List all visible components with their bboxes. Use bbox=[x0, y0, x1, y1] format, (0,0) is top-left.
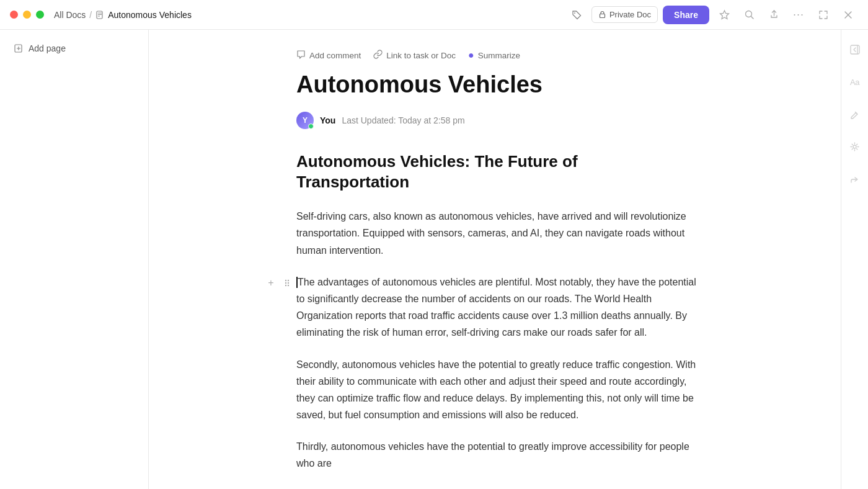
section-title: Autonomous Vehicles: The Future of Trans… bbox=[296, 151, 706, 194]
titlebar: All Docs / Autonomous Vehicles Private D… bbox=[0, 0, 868, 30]
summarize-label: Summarize bbox=[478, 51, 520, 60]
doc-breadcrumb-title: Autonomous Vehicles bbox=[108, 10, 192, 20]
close-window-button[interactable] bbox=[838, 5, 858, 25]
paragraph-1: Self-driving cars, also known as autonom… bbox=[296, 208, 706, 259]
add-comment-action[interactable]: Add comment bbox=[296, 50, 361, 61]
doc-toolbar: Add comment Link to task or Doc ● Summar… bbox=[259, 50, 730, 71]
add-page-label: Add page bbox=[29, 43, 66, 53]
maximize-traffic-light[interactable] bbox=[36, 11, 44, 19]
titlebar-actions: Private Doc Share ··· bbox=[567, 5, 858, 25]
close-traffic-light[interactable] bbox=[10, 11, 18, 19]
share-button[interactable]: Share bbox=[663, 6, 709, 24]
tag-button[interactable] bbox=[567, 5, 587, 25]
doc-last-updated: Last Updated: Today at 2:58 pm bbox=[342, 115, 464, 125]
svg-point-4 bbox=[574, 12, 575, 14]
more-button[interactable]: ··· bbox=[789, 5, 808, 25]
svg-point-20 bbox=[288, 285, 289, 286]
all-docs-link[interactable]: All Docs bbox=[54, 10, 86, 20]
link-task-label: Link to task or Doc bbox=[386, 51, 456, 60]
font-size-button[interactable]: Aa bbox=[845, 72, 865, 92]
svg-point-18 bbox=[288, 282, 289, 284]
search-button[interactable] bbox=[739, 5, 759, 25]
left-sidebar: Add page bbox=[0, 30, 149, 489]
breadcrumb: All Docs / Autonomous Vehicles bbox=[54, 10, 192, 20]
doc-meta: Y You Last Updated: Today at 2:58 pm bbox=[296, 112, 706, 129]
expand-button[interactable] bbox=[813, 5, 833, 25]
summarize-action[interactable]: ● Summarize bbox=[468, 50, 520, 61]
drag-block-button[interactable] bbox=[280, 276, 294, 290]
summarize-icon: ● bbox=[468, 50, 474, 61]
comment-icon bbox=[296, 50, 306, 61]
paragraph-3: Secondly, autonomous vehicles have the p… bbox=[296, 356, 706, 424]
paragraph-2: + The advantages of autonomous vehicles … bbox=[296, 274, 706, 341]
collapse-sidebar-button[interactable] bbox=[845, 40, 865, 60]
sparkle-button[interactable] bbox=[845, 137, 865, 156]
avatar: Y bbox=[296, 112, 314, 129]
avatar-status bbox=[308, 123, 314, 129]
main-content: Add comment Link to task or Doc ● Summar… bbox=[149, 30, 841, 489]
private-doc-button[interactable]: Private Doc bbox=[591, 6, 658, 23]
breadcrumb-separator: / bbox=[89, 10, 92, 20]
svg-rect-21 bbox=[851, 45, 859, 54]
private-doc-label: Private Doc bbox=[609, 10, 651, 19]
doc-body: Autonomous Vehicles Y You Last Updated: … bbox=[259, 71, 730, 472]
svg-point-19 bbox=[285, 285, 286, 286]
edit-button[interactable] bbox=[845, 104, 865, 124]
add-comment-label: Add comment bbox=[309, 51, 361, 60]
paragraph-4: Thirdly, autonomous vehicles have the po… bbox=[296, 438, 706, 472]
block-controls: + bbox=[264, 276, 294, 290]
doc-icon bbox=[95, 11, 104, 19]
svg-point-16 bbox=[288, 280, 289, 281]
add-block-button[interactable]: + bbox=[264, 276, 278, 290]
document-title: Autonomous Vehicles bbox=[296, 71, 706, 99]
favorite-button[interactable] bbox=[714, 5, 734, 25]
share-right-button[interactable] bbox=[845, 169, 865, 189]
svg-point-23 bbox=[853, 145, 856, 148]
minimize-traffic-light[interactable] bbox=[23, 11, 31, 19]
traffic-lights bbox=[10, 11, 44, 19]
svg-point-17 bbox=[285, 282, 286, 284]
svg-marker-6 bbox=[720, 11, 728, 19]
link-task-action[interactable]: Link to task or Doc bbox=[373, 50, 456, 61]
doc-author: You bbox=[320, 115, 335, 125]
svg-point-15 bbox=[285, 280, 286, 281]
export-button[interactable] bbox=[764, 5, 784, 25]
svg-line-8 bbox=[751, 17, 753, 19]
add-page-button[interactable]: Add page bbox=[7, 40, 141, 57]
link-icon bbox=[373, 50, 383, 61]
right-sidebar: Aa bbox=[841, 30, 868, 489]
text-cursor bbox=[296, 277, 298, 288]
svg-rect-5 bbox=[600, 14, 604, 18]
main-layout: Add page Add comment Link to task or Doc… bbox=[0, 30, 868, 489]
